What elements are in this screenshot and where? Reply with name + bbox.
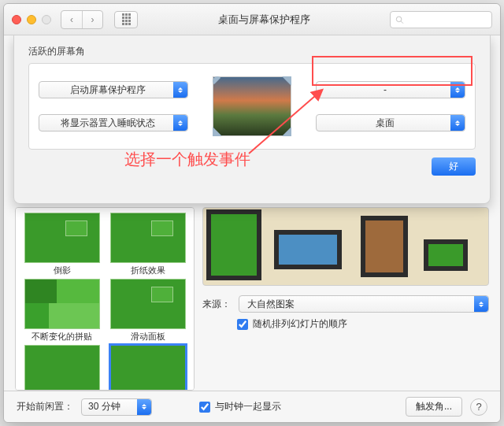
start-after-label: 开始前闲置： bbox=[17, 400, 73, 413]
annotation-text: 选择一个触发事件 bbox=[124, 149, 250, 170]
footer: 开始前闲置： 30 分钟 与时钟一起显示 触发角... ? bbox=[4, 391, 500, 422]
close-icon[interactable] bbox=[12, 15, 21, 24]
show-all-button[interactable] bbox=[114, 11, 138, 28]
titlebar: ‹ › 桌面与屏幕保护程序 bbox=[4, 4, 500, 35]
list-item[interactable]: 照片悬挂装饰 bbox=[20, 345, 103, 391]
list-item[interactable]: 节日悬挂装饰 bbox=[106, 345, 189, 391]
list-item[interactable]: 滑动面板 bbox=[106, 279, 189, 342]
hot-corners-button[interactable]: 触发角... bbox=[406, 397, 462, 417]
show-clock-checkbox[interactable]: 与时钟一起显示 bbox=[199, 400, 281, 413]
svg-point-0 bbox=[396, 17, 402, 22]
list-item[interactable]: 折纸效果 bbox=[106, 213, 189, 276]
source-label: 来源： bbox=[202, 298, 231, 311]
search-field[interactable] bbox=[390, 11, 492, 28]
source-dropdown[interactable]: 大自然图案 bbox=[239, 295, 489, 313]
screensaver-pane: 倒影 折纸效果 不断变化的拼贴 滑动面板 照片悬挂装饰 节日悬挂装饰 来源： 大… bbox=[4, 204, 500, 391]
forward-button[interactable]: › bbox=[82, 11, 102, 28]
corner-bottom-right-dropdown[interactable]: 桌面 bbox=[316, 114, 465, 132]
list-item[interactable]: 不断变化的拼贴 bbox=[20, 279, 103, 342]
ok-button[interactable]: 好 bbox=[432, 157, 476, 176]
window-controls bbox=[12, 15, 51, 24]
back-button[interactable]: ‹ bbox=[61, 11, 82, 28]
svg-line-1 bbox=[401, 20, 403, 23]
minimize-icon[interactable] bbox=[27, 15, 36, 24]
grid-icon bbox=[122, 13, 131, 25]
corner-top-left-dropdown[interactable]: 启动屏幕保护程序 bbox=[39, 81, 188, 98]
corner-bottom-left-dropdown[interactable]: 将显示器置入睡眠状态 bbox=[39, 114, 188, 132]
prefs-window: ‹ › 桌面与屏幕保护程序 倒影 折纸效果 不断变化的拼贴 滑动面板 照片悬挂装… bbox=[3, 3, 501, 423]
display-thumbnail bbox=[213, 76, 291, 136]
preview-pane: 来源： 大自然图案 随机排列幻灯片的顺序 bbox=[202, 207, 489, 391]
corner-top-right-dropdown[interactable]: - bbox=[316, 81, 465, 98]
sheet-title: 活跃的屏幕角 bbox=[28, 45, 476, 58]
window-title: 桌面与屏幕保护程序 bbox=[144, 13, 384, 27]
show-clock-input[interactable] bbox=[199, 402, 210, 413]
shuffle-checkbox[interactable]: 随机排列幻灯片的顺序 bbox=[237, 317, 489, 331]
search-icon bbox=[395, 15, 404, 24]
shuffle-input[interactable] bbox=[237, 319, 248, 330]
screensaver-preview bbox=[202, 207, 489, 286]
screensaver-list[interactable]: 倒影 折纸效果 不断变化的拼贴 滑动面板 照片悬挂装饰 节日悬挂装饰 bbox=[15, 207, 195, 391]
content-area: 倒影 折纸效果 不断变化的拼贴 滑动面板 照片悬挂装饰 节日悬挂装饰 来源： 大… bbox=[4, 35, 500, 422]
search-input[interactable] bbox=[407, 14, 487, 25]
nav-back-forward: ‹ › bbox=[61, 10, 103, 29]
list-item[interactable]: 倒影 bbox=[20, 213, 103, 276]
hot-corners-grid: 启动屏幕保护程序 将显示器置入睡眠状态 - 桌面 bbox=[28, 63, 476, 150]
start-after-dropdown[interactable]: 30 分钟 bbox=[81, 398, 152, 416]
zoom-icon bbox=[42, 15, 51, 24]
help-button[interactable]: ? bbox=[470, 398, 487, 416]
hot-corners-sheet: 活跃的屏幕角 启动屏幕保护程序 将显示器置入睡眠状态 - 桌面 选择一个触发事件 bbox=[13, 35, 491, 204]
